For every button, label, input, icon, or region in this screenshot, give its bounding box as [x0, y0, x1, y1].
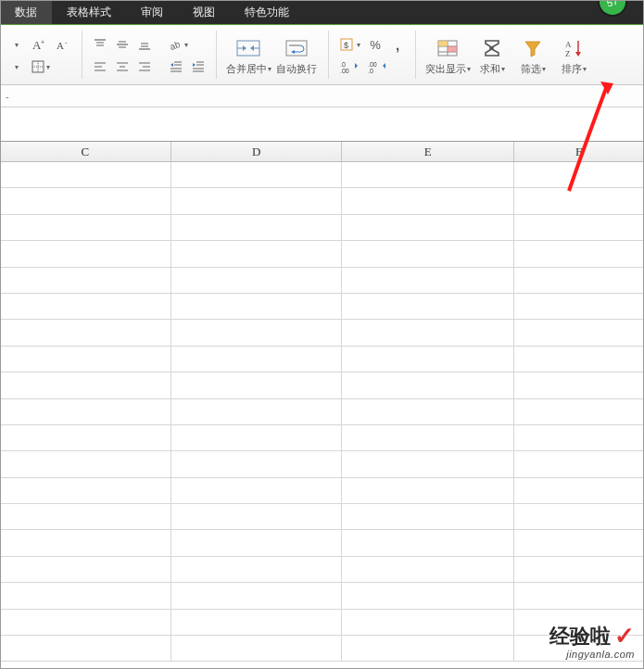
cell[interactable] — [514, 268, 644, 293]
cell[interactable] — [171, 636, 343, 661]
percent-button[interactable]: % — [365, 33, 385, 56]
cell[interactable] — [171, 268, 343, 293]
comma-button[interactable]: , — [387, 33, 408, 56]
cell[interactable] — [0, 610, 171, 635]
cell[interactable] — [0, 320, 171, 345]
increase-font-button[interactable]: A + — [28, 33, 50, 56]
align-right-button[interactable] — [134, 56, 155, 78]
cell[interactable] — [342, 583, 514, 608]
cell[interactable] — [171, 557, 343, 582]
align-left-button[interactable] — [90, 56, 110, 78]
cell[interactable] — [0, 399, 171, 424]
decrease-font-button[interactable]: A - — [52, 33, 74, 56]
cell[interactable] — [171, 399, 343, 424]
cell[interactable] — [0, 294, 171, 319]
cell[interactable] — [0, 241, 171, 266]
cell[interactable] — [171, 504, 343, 529]
highlight-button[interactable]: 突出显示▾ — [423, 29, 472, 82]
cell[interactable] — [514, 583, 644, 608]
cell[interactable] — [514, 188, 644, 213]
cell[interactable] — [171, 425, 343, 450]
cell[interactable] — [514, 241, 644, 266]
cell[interactable] — [514, 162, 644, 187]
cell[interactable] — [342, 425, 514, 450]
cell[interactable] — [514, 610, 644, 635]
cell[interactable] — [171, 583, 343, 608]
cell[interactable] — [171, 451, 343, 476]
column-header-c[interactable]: C — [0, 142, 171, 161]
cell[interactable] — [171, 478, 343, 503]
font-color-dropdown[interactable]: ▾ — [6, 56, 26, 78]
cell[interactable] — [514, 372, 644, 398]
cell[interactable] — [0, 268, 171, 293]
notification-badge[interactable]: 57 — [594, 0, 630, 20]
cell[interactable] — [342, 451, 514, 476]
cell[interactable] — [0, 557, 171, 582]
cell[interactable] — [342, 504, 514, 529]
cell[interactable] — [171, 162, 343, 187]
sort-button[interactable]: A Z 排序▾ — [553, 29, 594, 82]
menu-item-special[interactable]: 特色功能 — [230, 0, 304, 24]
cell[interactable] — [342, 188, 514, 213]
cell[interactable] — [0, 425, 171, 450]
cell[interactable] — [342, 557, 514, 582]
increase-indent-button[interactable] — [188, 56, 208, 78]
cell[interactable] — [171, 320, 343, 345]
orientation-button[interactable]: ab ▾ — [166, 33, 191, 56]
cell[interactable] — [171, 372, 343, 398]
cell[interactable] — [0, 451, 171, 476]
cell[interactable] — [514, 478, 644, 503]
cell[interactable] — [0, 162, 171, 187]
cell[interactable] — [0, 583, 171, 608]
merge-center-button[interactable]: 合并居中▾ — [224, 29, 272, 82]
menu-item-review[interactable]: 审阅 — [126, 0, 178, 24]
cell[interactable] — [514, 557, 644, 582]
align-top-button[interactable] — [90, 33, 110, 56]
column-header-d[interactable]: D — [171, 142, 343, 161]
cell[interactable] — [514, 294, 644, 319]
cell[interactable] — [171, 188, 343, 213]
cell[interactable] — [514, 320, 644, 345]
cell[interactable] — [514, 425, 644, 450]
menu-item-view[interactable]: 视图 — [178, 0, 230, 24]
cell[interactable] — [342, 162, 514, 187]
cell[interactable] — [171, 294, 343, 319]
cell[interactable] — [342, 268, 514, 293]
cell[interactable] — [342, 347, 514, 372]
sum-button[interactable]: 求和▾ — [472, 29, 512, 82]
cell[interactable] — [0, 188, 171, 213]
cell[interactable] — [342, 320, 514, 345]
cell[interactable] — [171, 530, 343, 555]
cell[interactable] — [342, 294, 514, 319]
cell[interactable] — [342, 215, 514, 240]
filter-button[interactable]: 筛选▾ — [512, 29, 553, 82]
wrap-text-button[interactable]: 自动换行 — [272, 29, 321, 82]
number-format-button[interactable]: $ ▾ — [336, 33, 363, 56]
cell[interactable] — [342, 241, 514, 266]
cell[interactable] — [514, 504, 644, 529]
cell[interactable] — [171, 347, 343, 372]
align-center-button[interactable] — [112, 56, 133, 78]
cell[interactable] — [342, 610, 514, 635]
column-header-f[interactable]: F — [514, 142, 644, 161]
cell[interactable] — [514, 451, 644, 476]
formula-bar[interactable]: - — [0, 85, 644, 107]
decrease-decimal-button[interactable]: .00 .0 — [364, 56, 390, 78]
cell[interactable] — [171, 215, 343, 240]
cell[interactable] — [514, 347, 644, 372]
align-bottom-button[interactable] — [134, 33, 155, 56]
cell[interactable] — [0, 478, 171, 503]
font-dropdown[interactable]: ▾ — [6, 33, 26, 56]
cell[interactable] — [0, 215, 171, 240]
cell[interactable] — [514, 399, 644, 424]
cell[interactable] — [342, 372, 514, 398]
align-middle-button[interactable] — [112, 33, 133, 56]
column-header-e[interactable]: E — [342, 142, 514, 161]
cell[interactable] — [0, 372, 171, 398]
cell[interactable] — [514, 215, 644, 240]
menu-item-table-style[interactable]: 表格样式 — [52, 0, 126, 24]
cell[interactable] — [0, 530, 171, 555]
menu-item-data[interactable]: 数据 — [0, 0, 52, 24]
cell[interactable] — [0, 636, 171, 661]
cell[interactable] — [171, 610, 343, 635]
